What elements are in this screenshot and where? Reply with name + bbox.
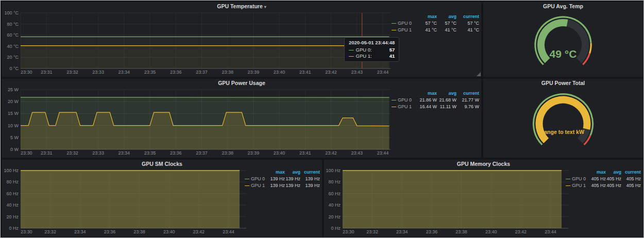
- svg-text:23:41: 23:41: [299, 150, 311, 156]
- svg-text:23:32: 23:32: [366, 229, 378, 234]
- svg-text:40 Hz: 40 Hz: [328, 202, 341, 208]
- legend-header: maxavgcurrent: [392, 90, 479, 97]
- svg-text:23:43: 23:43: [351, 70, 363, 75]
- grafana-dashboard: GPU Temperature▾ 0 °C20 °C40 °C60 °C80 °…: [0, 0, 644, 238]
- svg-text:23:42: 23:42: [325, 70, 337, 75]
- svg-text:23:43: 23:43: [351, 150, 363, 156]
- series-color-icon: —: [349, 53, 354, 59]
- svg-text:23:44: 23:44: [377, 70, 389, 75]
- svg-text:23:31: 23:31: [41, 150, 53, 156]
- gpu-temperature-chart[interactable]: 0 °C20 °C40 °C60 °C80 °C100 °C23:3023:31…: [3, 10, 394, 75]
- svg-text:0 Hz: 0 Hz: [9, 226, 19, 231]
- svg-text:23:38: 23:38: [133, 229, 145, 234]
- legend-series-gpu-1[interactable]: —GPU 141 °C41 °C41 °C: [392, 27, 479, 33]
- svg-text:80 Hz: 80 Hz: [6, 179, 19, 184]
- svg-text:23:38: 23:38: [222, 150, 233, 156]
- svg-text:23:32: 23:32: [44, 229, 56, 234]
- svg-text:23:34: 23:34: [396, 229, 408, 234]
- svg-text:23:30: 23:30: [21, 70, 32, 75]
- legend-series-gpu-1[interactable]: —GPU 1405 Hz405 Hz405 Hz: [566, 182, 641, 189]
- series-color-icon: —: [349, 47, 354, 53]
- svg-text:23:35: 23:35: [144, 70, 156, 75]
- svg-text:23:44: 23:44: [545, 229, 556, 234]
- svg-text:20 Hz: 20 Hz: [328, 214, 341, 219]
- panel-title-gpu-temperature[interactable]: GPU Temperature▾: [2, 2, 481, 10]
- legend-series-gpu-0[interactable]: —GPU 021.86 W21.68 W21.77 W: [392, 97, 479, 104]
- svg-text:10 W: 10 W: [8, 123, 19, 128]
- legend-header: maxavgcurrent: [392, 13, 479, 20]
- gpu-memory-clocks-legend: maxavgcurrent—GPU 0405 Hz405 Hz405 Hz—GP…: [566, 169, 641, 189]
- svg-text:49 °C: 49 °C: [550, 48, 577, 60]
- series-color-icon: —: [245, 176, 249, 181]
- series-color-icon: —: [392, 21, 396, 26]
- panel-title-text: GPU SM Clocks: [142, 161, 182, 167]
- panel-title-gpu-power-total[interactable]: GPU Power Total: [483, 79, 643, 87]
- svg-text:0 W: 0 W: [10, 147, 19, 152]
- legend-series-gpu-0[interactable]: —GPU 0405 Hz405 Hz405 Hz: [566, 176, 641, 182]
- gpu-avg-temp-gauge: 49 °C: [483, 10, 643, 77]
- panel-title-text: GPU Avg. Temp: [543, 3, 583, 9]
- panel-title-text: GPU Memory Clocks: [457, 161, 510, 167]
- svg-text:23:36: 23:36: [170, 150, 182, 156]
- panel-gpu-avg-temp: GPU Avg. Temp 49 °C: [483, 2, 643, 77]
- panel-gpu-power-total: GPU Power Total range to text kW: [483, 79, 643, 158]
- tooltip-series-value: 57: [389, 47, 395, 53]
- svg-text:80 °C: 80 °C: [7, 22, 19, 27]
- gpu-power-usage-legend: maxavgcurrent—GPU 021.86 W21.68 W21.77 W…: [392, 90, 479, 110]
- panel-title-gpu-sm-clocks[interactable]: GPU SM Clocks: [2, 160, 322, 168]
- svg-text:23:37: 23:37: [196, 70, 208, 75]
- svg-text:20 W: 20 W: [8, 99, 19, 104]
- series-color-icon: —: [392, 104, 396, 109]
- svg-text:23:39: 23:39: [248, 70, 260, 75]
- svg-text:23:39: 23:39: [248, 150, 260, 156]
- tooltip-timestamp: 2020-05-01 23:44:48: [349, 40, 395, 45]
- svg-text:23:36: 23:36: [170, 70, 182, 75]
- svg-text:15 W: 15 W: [8, 111, 19, 116]
- panel-title-gpu-avg-temp[interactable]: GPU Avg. Temp: [483, 2, 643, 10]
- svg-text:23:31: 23:31: [41, 70, 53, 75]
- svg-text:23:42: 23:42: [193, 229, 205, 234]
- legend-series-gpu-0[interactable]: —GPU 057 °C57 °C57 °C: [392, 20, 479, 27]
- svg-text:23:32: 23:32: [66, 70, 78, 75]
- legend-series-gpu-0[interactable]: —GPU 0139 Hz139 Hz139 Hz: [245, 176, 320, 182]
- panel-gpu-temperature: GPU Temperature▾ 0 °C20 °C40 °C60 °C80 °…: [2, 2, 481, 77]
- svg-text:60 Hz: 60 Hz: [328, 191, 341, 196]
- svg-text:23:40: 23:40: [274, 150, 285, 156]
- svg-text:25 W: 25 W: [8, 87, 19, 92]
- panel-gpu-power-usage: GPU Power Usage 0 W5 W10 W15 W20 W25 W23…: [2, 79, 481, 158]
- panel-resize-handle[interactable]: [477, 72, 481, 76]
- svg-text:40 Hz: 40 Hz: [6, 202, 19, 208]
- gpu-temperature-legend: maxavgcurrent—GPU 057 °C57 °C57 °C—GPU 1…: [392, 13, 479, 33]
- legend-series-gpu-1[interactable]: —GPU 1139 Hz139 Hz139 Hz: [245, 182, 320, 189]
- gpu-power-usage-chart[interactable]: 0 W5 W10 W15 W20 W25 W23:3023:3123:3223:…: [3, 87, 394, 156]
- svg-text:23:40: 23:40: [274, 70, 285, 75]
- gpu-sm-clocks-chart[interactable]: 0 Hz20 Hz40 Hz60 Hz80 Hz100 Hz23:3023:32…: [3, 168, 249, 235]
- series-color-icon: —: [392, 27, 396, 32]
- svg-text:60 Hz: 60 Hz: [6, 191, 19, 196]
- chevron-down-icon: ▾: [264, 5, 266, 9]
- svg-text:100 Hz: 100 Hz: [4, 168, 19, 173]
- svg-text:0 Hz: 0 Hz: [331, 226, 341, 231]
- svg-text:100 Hz: 100 Hz: [326, 168, 341, 173]
- panel-title-text: GPU Temperature: [217, 3, 263, 9]
- tooltip-row: — GPU 0: 57: [349, 47, 395, 53]
- gpu-power-total-gauge: range to text kW: [483, 87, 643, 158]
- svg-text:20 Hz: 20 Hz: [6, 214, 19, 219]
- panel-title-gpu-memory-clocks[interactable]: GPU Memory Clocks: [324, 160, 643, 168]
- series-color-icon: —: [245, 183, 249, 188]
- svg-text:23:44: 23:44: [223, 229, 234, 234]
- legend-series-gpu-1[interactable]: —GPU 116.44 W11.11 W9.76 W: [392, 104, 479, 110]
- svg-text:23:41: 23:41: [299, 70, 311, 75]
- gpu-memory-clocks-chart[interactable]: 0 Hz20 Hz40 Hz60 Hz80 Hz100 Hz23:3023:32…: [325, 168, 571, 235]
- svg-text:23:40: 23:40: [485, 229, 497, 234]
- svg-text:23:30: 23:30: [343, 229, 354, 234]
- panel-title-gpu-power-usage[interactable]: GPU Power Usage: [2, 79, 481, 87]
- svg-text:23:30: 23:30: [21, 150, 32, 156]
- svg-text:5 W: 5 W: [10, 135, 19, 140]
- panel-gpu-sm-clocks: GPU SM Clocks 0 Hz20 Hz40 Hz60 Hz80 Hz10…: [2, 160, 322, 237]
- svg-text:60 °C: 60 °C: [7, 32, 19, 38]
- panel-title-text: GPU Power Total: [541, 80, 585, 86]
- svg-text:80 Hz: 80 Hz: [328, 179, 341, 184]
- tooltip-series-value: 41: [389, 53, 395, 59]
- gpu-sm-clocks-legend: maxavgcurrent—GPU 0139 Hz139 Hz139 Hz—GP…: [245, 169, 320, 189]
